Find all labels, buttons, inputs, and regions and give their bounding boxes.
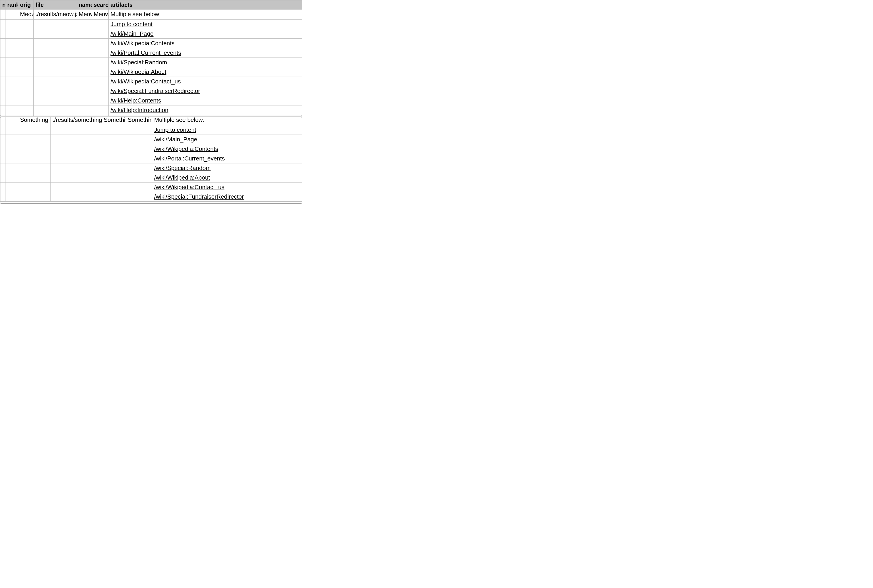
artifact-link[interactable]: /wiki/Wikipedia:Contents [154,146,218,152]
empty-cell [51,164,102,173]
artifact-link[interactable]: /wiki/Wikipedia:About [154,174,210,181]
cell-artifact: /wiki/Main_Page [152,135,302,144]
empty-cell [77,29,92,39]
cell-artifact: /wiki/Wikipedia:About [109,67,302,77]
table-row: /wiki/Help:Introduction [0,105,302,115]
empty-cell [18,39,34,48]
empty-cell [102,173,126,183]
empty-cell [6,77,18,86]
artifact-link[interactable]: /wiki/Special:Random [154,165,211,171]
empty-cell [77,86,92,96]
col-header-name[interactable]: name [77,0,92,9]
empty-cell [0,96,6,105]
cell-artifact: /wiki/Wikipedia:Community_portal [109,115,302,116]
cell-artifact: /wiki/Wikipedia:Contents [152,144,302,154]
empty-cell [6,96,18,105]
artifact-link[interactable]: /wiki/Main_Page [154,136,197,143]
table-row: /wiki/Portal:Current_events [0,154,302,164]
artifact-link[interactable]: /wiki/Portal:Current_events [111,50,181,56]
empty-cell [18,183,51,192]
table-row: /wiki/Wikipedia:Contact_us [0,183,302,192]
empty-cell [6,67,18,77]
table-pane-top: n rank orig file name search artifacts M… [0,0,302,116]
artifact-link[interactable]: /wiki/Wikipedia:Contents [111,40,175,46]
col-header-artifacts[interactable]: artifacts [109,0,302,9]
empty-cell [102,164,126,173]
table-row: /wiki/Main_Page [0,29,302,39]
artifact-link[interactable]: /wiki/Help:Contents [111,97,161,104]
empty-cell [18,20,34,29]
empty-cell [18,115,34,116]
empty-cell [0,67,6,77]
table-row: /wiki/Wikipedia:Contents [0,144,302,154]
artifact-link[interactable]: /wiki/Special:FundraiserRedirector [154,193,244,200]
empty-cell [0,183,6,192]
cell-artifact: /wiki/Wikipedia:Contact_us [152,183,302,192]
cell-artifact: /wiki/Help:Contents [109,96,302,105]
col-header-rank[interactable]: rank [6,0,18,9]
empty-cell [126,192,152,202]
cell-n [0,9,6,20]
empty-cell [18,173,51,183]
cell-artifacts-summary: Multiple see below: [109,9,302,20]
empty-cell [0,135,6,144]
table-row: Jump to content [0,125,302,135]
artifact-link[interactable]: Jump to content [154,126,196,133]
table-row: /wiki/Wikipedia:Contents [0,39,302,48]
artifact-link[interactable]: /wiki/Wikipedia:Contact_us [154,184,224,190]
cell-artifact: /wiki/Portal:Current_events [152,154,302,164]
empty-cell [34,77,77,86]
empty-cell [0,86,6,96]
col-header-search[interactable]: search [92,0,109,9]
empty-cell [6,192,18,202]
empty-cell [126,144,152,154]
empty-cell [0,105,6,115]
empty-cell [77,39,92,48]
empty-cell [92,96,109,105]
empty-cell [92,86,109,96]
empty-cell [6,105,18,115]
table-row: /wiki/Wikipedia:Contact_us [0,77,302,86]
artifact-link[interactable]: Jump to content [111,21,153,27]
empty-cell [6,144,18,154]
artifact-link[interactable]: /wiki/Special:FundraiserRedirector [111,87,200,94]
empty-cell [6,173,18,183]
cell-search: Meow [92,9,109,20]
cell-file: ./results/something.json [51,117,102,125]
empty-cell [18,154,51,164]
empty-cell [34,115,77,116]
artifact-link[interactable]: /wiki/Portal:Current_events [154,155,225,162]
col-header-n[interactable]: n [0,0,6,9]
empty-cell [77,77,92,86]
empty-cell [34,67,77,77]
empty-cell [77,67,92,77]
table-row: /wiki/Special:Random [0,164,302,173]
empty-cell [92,105,109,115]
empty-cell [18,164,51,173]
empty-cell [34,105,77,115]
empty-cell [18,144,51,154]
empty-cell [18,77,34,86]
cell-artifact: /wiki/Special:Random [109,58,302,67]
empty-cell [92,58,109,67]
artifact-link[interactable]: /wiki/Wikipedia:About [111,68,166,75]
empty-cell [34,29,77,39]
table-row: /wiki/Portal:Current_events [0,48,302,58]
empty-cell [126,135,152,144]
col-header-orig[interactable]: orig [18,0,34,9]
artifact-link[interactable]: /wiki/Main_Page [111,30,153,37]
artifact-link[interactable]: /wiki/Special:Random [111,59,167,66]
cell-name: Meow [77,9,92,20]
empty-cell [51,144,102,154]
artifact-link[interactable]: /wiki/Wikipedia:Contact_us [111,78,181,85]
artifact-link[interactable]: /wiki/Help:Introduction [111,106,168,113]
empty-cell [126,173,152,183]
empty-cell [126,125,152,135]
col-header-file[interactable]: file [34,0,77,9]
empty-cell [0,144,6,154]
cell-orig: Meow [18,9,34,20]
empty-cell [102,144,126,154]
empty-cell [18,135,51,144]
empty-cell [77,48,92,58]
empty-cell [0,77,6,86]
